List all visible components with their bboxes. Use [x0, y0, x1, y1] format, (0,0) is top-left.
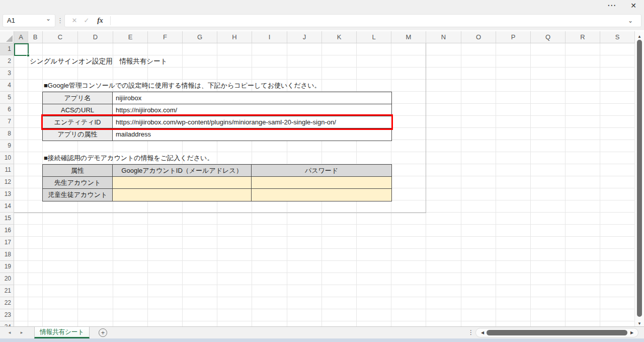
cell-app-name-label[interactable]: アプリ名	[43, 92, 113, 104]
sheet-tab-active[interactable]: 情報共有シート	[34, 327, 90, 338]
column-header-N[interactable]: N	[426, 31, 461, 43]
row-header-10[interactable]: 10	[0, 152, 14, 164]
cell-student-password-input[interactable]	[252, 189, 391, 201]
column-header-L[interactable]: L	[357, 31, 391, 43]
cell-app-name-value[interactable]: nijiirobox	[113, 92, 391, 104]
cell-app-attribute-label[interactable]: アプリの属性	[43, 128, 113, 141]
sheet-tab-bar: ◂ ▸ 情報共有シート + ⋮ ◀ ▶	[0, 326, 644, 338]
header-password[interactable]: パスワード	[252, 165, 391, 176]
cell-acs-url-value[interactable]: https://nijiirobox.com/	[113, 104, 391, 116]
cell-entity-id-value[interactable]: https://nijiirobox.com/wp-content/plugin…	[113, 116, 391, 128]
gridline	[565, 43, 566, 326]
column-header-P[interactable]: P	[496, 31, 531, 43]
row-header-21[interactable]: 21	[0, 285, 14, 297]
row-header-3[interactable]: 3	[0, 67, 14, 80]
close-icon[interactable]: ✕	[625, 0, 642, 12]
row-header-12[interactable]: 12	[0, 176, 14, 188]
row-header-8[interactable]: 8	[0, 128, 14, 140]
sheet-nav-left-icon[interactable]: ◂	[4, 327, 15, 338]
table-row: アプリ名 nijiirobox	[43, 92, 391, 104]
table-row: ACSのURL https://nijiirobox.com/	[43, 104, 391, 116]
sheet-grid[interactable]: シングルサインオン設定用 情報共有シート ■Google管理コンソールでの設定時…	[14, 43, 635, 326]
row-header-11[interactable]: 11	[0, 164, 14, 176]
column-header-F[interactable]: F	[148, 31, 183, 43]
cell-student-account-id-input[interactable]	[113, 189, 252, 201]
scroll-left-icon[interactable]: ◀	[479, 328, 486, 337]
row-header-4[interactable]: 4	[0, 80, 14, 92]
row-header-17[interactable]: 17	[0, 237, 14, 249]
cell-app-attribute-value[interactable]: mailaddress	[113, 128, 391, 141]
cell-entity-id-label[interactable]: エンティティID	[43, 116, 113, 128]
sheet-nav-right-icon[interactable]: ▸	[16, 327, 27, 338]
horizontal-scrollbar-thumb[interactable]	[487, 330, 627, 335]
window-bottom-edge	[0, 338, 644, 342]
column-header-R[interactable]: R	[566, 31, 600, 43]
name-box-chevron-down-icon[interactable]: ⌄	[44, 13, 52, 24]
divider	[110, 16, 111, 25]
cell-teacher-account-id-input[interactable]	[113, 177, 252, 188]
column-header-S[interactable]: S	[600, 31, 635, 43]
formula-bar-splitter-icon[interactable]: ⋮	[57, 14, 63, 27]
more-options-icon[interactable]: ⋯	[603, 0, 621, 12]
column-header-H[interactable]: H	[217, 31, 252, 43]
column-header-D[interactable]: D	[78, 31, 113, 43]
column-header-G[interactable]: G	[183, 31, 217, 43]
row-header-5[interactable]: 5	[0, 92, 14, 104]
cancel-icon[interactable]: ✕	[69, 15, 80, 27]
cell-note-google-console[interactable]: ■Google管理コンソールでの設定時に使用する情報は、下記からコピーしてお使い…	[44, 80, 320, 92]
table-row: 児童生徒アカウント	[43, 189, 391, 201]
insert-function-icon[interactable]: fx	[94, 15, 106, 27]
row-header-1[interactable]: 1	[0, 43, 14, 55]
scroll-right-icon[interactable]: ▶	[629, 328, 635, 337]
cell-teacher-account-label[interactable]: 先生アカウント	[43, 177, 113, 188]
column-header-O[interactable]: O	[461, 31, 496, 43]
row-header-23[interactable]: 23	[0, 309, 14, 321]
row-header-14[interactable]: 14	[0, 200, 14, 213]
column-header-K[interactable]: K	[322, 31, 357, 43]
row-header-9[interactable]: 9	[0, 140, 14, 152]
table-header-row: 属性 GoogleアカウントID（メールアドレス） パスワード	[43, 165, 391, 177]
table-row: エンティティID https://nijiirobox.com/wp-conte…	[43, 116, 391, 128]
column-header-E[interactable]: E	[113, 31, 148, 43]
cell-student-account-label[interactable]: 児童生徒アカウント	[43, 189, 113, 201]
gridline	[461, 43, 461, 326]
column-header-M[interactable]: M	[391, 31, 426, 43]
row-header-24[interactable]: 24	[0, 321, 14, 326]
horizontal-scrollbar[interactable]: ◀ ▶	[475, 328, 638, 337]
cell-acs-url-label[interactable]: ACSのURL	[43, 104, 113, 116]
formula-expand-chevron-icon[interactable]: ⌄	[624, 15, 636, 26]
formula-input[interactable]	[111, 15, 619, 27]
row-header-13[interactable]: 13	[0, 188, 14, 200]
cell-sheet-title[interactable]: シングルサインオン設定用 情報共有シート	[30, 55, 167, 67]
row-header-22[interactable]: 22	[0, 297, 14, 309]
enter-icon[interactable]: ✓	[81, 15, 92, 27]
header-google-account-id[interactable]: GoogleアカウントID（メールアドレス）	[113, 165, 252, 176]
column-header-J[interactable]: J	[287, 31, 322, 43]
scrollbar-grip-icon[interactable]: ⋮	[468, 327, 474, 338]
cell-note-demo-account[interactable]: ■接続確認用のデモアカウントの情報をご記入ください。	[44, 152, 213, 164]
gridline	[600, 43, 600, 326]
select-all-corner[interactable]	[0, 31, 14, 43]
vertical-scrollbar[interactable]: ▲ ▼	[635, 31, 644, 326]
vertical-scrollbar-thumb[interactable]	[637, 40, 642, 317]
column-header-B[interactable]: B	[28, 31, 43, 43]
column-header-Q[interactable]: Q	[531, 31, 566, 43]
column-header-I[interactable]: I	[252, 31, 287, 43]
row-header-19[interactable]: 19	[0, 261, 14, 273]
row-header-7[interactable]: 7	[0, 116, 14, 128]
row-header-15[interactable]: 15	[0, 213, 14, 225]
row-header-20[interactable]: 20	[0, 273, 14, 285]
table-row: アプリの属性 mailaddress	[43, 128, 391, 141]
row-header-2[interactable]: 2	[0, 55, 14, 67]
row-header-6[interactable]: 6	[0, 104, 14, 116]
cell-teacher-password-input[interactable]	[252, 177, 391, 188]
row-header-18[interactable]: 18	[0, 249, 14, 261]
scroll-down-icon[interactable]: ▼	[636, 319, 642, 328]
row-headers: 123456789101112131415161718192021222324	[0, 43, 14, 326]
add-sheet-icon[interactable]: +	[99, 328, 107, 337]
column-header-A[interactable]: A	[14, 31, 28, 43]
header-attribute[interactable]: 属性	[43, 165, 113, 176]
column-header-C[interactable]: C	[43, 31, 78, 43]
row-header-16[interactable]: 16	[0, 225, 14, 237]
gridline	[496, 43, 496, 326]
